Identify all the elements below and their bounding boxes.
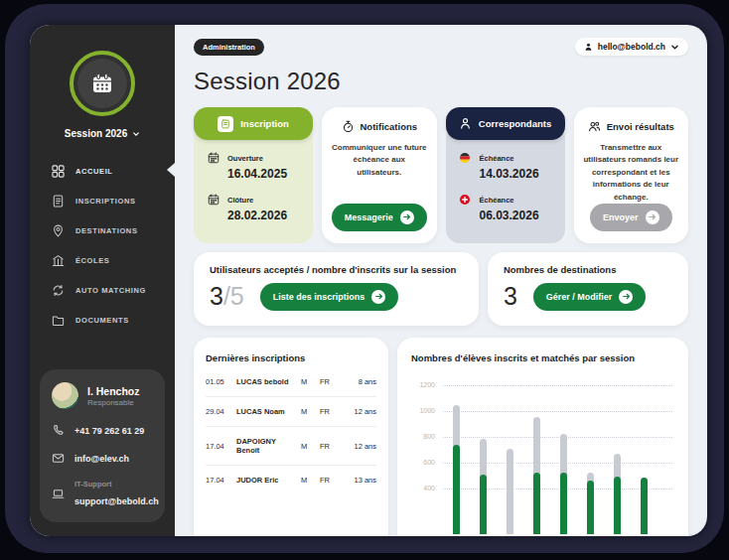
- calendar-logo-icon: [77, 59, 127, 108]
- arrow-right-icon: [619, 290, 633, 304]
- avatar: [52, 382, 78, 409]
- correspondants-card: Correspondants Échéance14.03.2026Échéanc…: [446, 107, 565, 243]
- folder-icon: [52, 314, 65, 327]
- email-row: info@elev.ch: [52, 452, 153, 465]
- user-email: info@elev.ch: [74, 454, 129, 464]
- sidebar-item-label: AUTO MATCHING: [75, 286, 146, 295]
- support-email: support@bebold.ch: [74, 496, 159, 506]
- sidebar: Session 2026 ACCUEILINSCRIPTIONSDESTINAT…: [30, 25, 175, 536]
- mail-icon: [52, 452, 65, 465]
- bar-matches: [587, 481, 594, 534]
- bar-chart: 12001000800600400: [411, 375, 674, 534]
- page-title: Session 2026: [194, 68, 688, 95]
- document-icon: [52, 195, 65, 208]
- laptop-icon: [52, 488, 65, 500]
- support-row: IT-Support support@bebold.ch: [52, 480, 153, 508]
- y-axis-label: 800: [411, 433, 435, 440]
- table-row: 17.04JUDOR EricMFR13 ans: [206, 466, 376, 494]
- inscriptions-table: 01.05LUCAS beboldMFR8 ans29.04LUCAS Noam…: [206, 367, 376, 494]
- correspondants-card-header: Correspondants: [446, 107, 565, 140]
- inscription-card-body: Ouverture16.04.2025Clôture28.02.2026: [194, 124, 313, 243]
- account-menu[interactable]: hello@bebold.ch: [575, 38, 688, 56]
- session-selector[interactable]: Session 2026: [65, 128, 140, 139]
- bar-matches: [614, 477, 621, 534]
- sidebar-item-ecoles[interactable]: ÉCOLES: [52, 254, 175, 267]
- inscription-card-title: Inscription: [240, 118, 289, 129]
- bar-matches: [480, 475, 487, 535]
- notifications-card-title: Notifications: [361, 121, 418, 132]
- main-content: Administration hello@bebold.ch Session 2…: [175, 25, 707, 536]
- school-icon: [52, 254, 65, 267]
- dashboard-icon: [52, 165, 65, 178]
- user-phone: +41 79 262 61 29: [74, 426, 144, 436]
- admin-badge: Administration: [194, 39, 264, 56]
- envoyer-button[interactable]: Envoyer: [590, 204, 672, 231]
- destinations-stat-title: Nombres de destinations: [504, 264, 672, 275]
- user-role: Responsable: [87, 398, 140, 407]
- device-frame: Session 2026 ACCUEILINSCRIPTIONSDESTINAT…: [5, 4, 724, 553]
- person-icon: [584, 43, 593, 52]
- user-name: I. Henchoz: [87, 385, 140, 397]
- gerer-modifier-button[interactable]: Gérer / Modifier: [533, 283, 647, 311]
- session-label: Session 2026: [65, 128, 127, 139]
- deadline-row: Échéance14.03.2026: [458, 152, 553, 181]
- envoi-text: Transmettre aux utilisateurs romands leu…: [583, 142, 679, 204]
- document-icon: [218, 116, 233, 132]
- grid-line: [443, 437, 672, 438]
- bar-matches: [533, 473, 540, 534]
- active-page-notch: [167, 163, 175, 177]
- sidebar-item-label: ACCUEIL: [75, 167, 113, 176]
- sidebar-item-label: DOCUMENTS: [75, 316, 129, 325]
- sidebar-item-documents[interactable]: DOCUMENTS: [52, 314, 175, 327]
- sidebar-item-auto-matching[interactable]: AUTO MATCHING: [52, 284, 175, 297]
- envoi-card-title: Envoi résultats: [607, 121, 674, 132]
- grid-line: [443, 385, 672, 386]
- grid-line: [443, 411, 672, 412]
- stopwatch-icon: [342, 120, 355, 133]
- correspondants-card-title: Correspondants: [479, 118, 551, 129]
- envoi-card: Envoi résultats Transmettre aux utilisat…: [574, 107, 688, 243]
- grid-line: [443, 489, 672, 490]
- user-card: I. Henchoz Responsable +41 79 262 61 29: [40, 369, 165, 522]
- summary-cards: Inscription Ouverture16.04.2025Clôture28…: [194, 107, 688, 240]
- table-row: 29.04LUCAS NoamMFR12 ans: [206, 397, 376, 427]
- support-label: IT-Support: [74, 480, 159, 489]
- sidebar-item-label: INSCRIPTIONS: [75, 197, 136, 206]
- topbar: Administration hello@bebold.ch: [194, 38, 688, 56]
- notifications-text: Communiquer une future échéance aux util…: [331, 142, 427, 179]
- date-row: Clôture28.02.2026: [206, 194, 301, 222]
- deadline-row: Échéance06.03.2026: [458, 194, 553, 222]
- sidebar-item-inscriptions[interactable]: INSCRIPTIONS: [52, 195, 175, 208]
- inscription-card: Inscription Ouverture16.04.2025Clôture28…: [194, 107, 313, 243]
- table-title: Dernières inscriptions: [206, 352, 376, 363]
- y-axis-label: 1000: [411, 407, 435, 414]
- chart-title: Nombres d'élèves inscrits et matchés par…: [411, 352, 674, 363]
- sidebar-item-label: ÉCOLES: [75, 256, 109, 265]
- bar-matches: [560, 473, 567, 534]
- matching-icon: [52, 284, 65, 297]
- y-axis-label: 400: [411, 485, 435, 491]
- chevron-down-icon: [670, 43, 679, 52]
- sidebar-item-destinations[interactable]: DESTINATIONS: [52, 224, 175, 237]
- arrow-right-icon: [400, 210, 414, 224]
- y-axis-label: 1200: [411, 381, 435, 388]
- germany-flag-icon: [458, 152, 473, 164]
- correspondants-card-body: Échéance14.03.2026Échéance06.03.2026: [446, 124, 565, 243]
- chevron-down-icon: [132, 130, 140, 138]
- sidebar-nav: ACCUEILINSCRIPTIONSDESTINATIONSÉCOLESAUT…: [52, 165, 175, 327]
- sidebar-item-label: DESTINATIONS: [75, 226, 137, 235]
- inscriptions-table-card: Dernières inscriptions 01.05LUCAS bebold…: [194, 338, 388, 536]
- arrow-right-icon: [646, 210, 659, 224]
- people-icon: [588, 120, 601, 133]
- destinations-stat-card: Nombres de destinations 3 Gérer / Modifi…: [488, 252, 688, 326]
- bar-matches: [453, 445, 460, 535]
- switzerland-flag-icon: [458, 194, 473, 206]
- date-row: Ouverture16.04.2025: [206, 152, 301, 181]
- liste-inscriptions-button[interactable]: Liste des inscriptions: [260, 283, 399, 311]
- sidebar-item-accueil[interactable]: ACCUEIL: [52, 165, 175, 178]
- calendar-icon: [206, 152, 220, 164]
- phone-row: +41 79 262 61 29: [52, 424, 153, 437]
- person-icon: [459, 117, 472, 130]
- destinations-stat-value: 3: [504, 282, 517, 311]
- messagerie-button[interactable]: Messagerie: [332, 204, 427, 231]
